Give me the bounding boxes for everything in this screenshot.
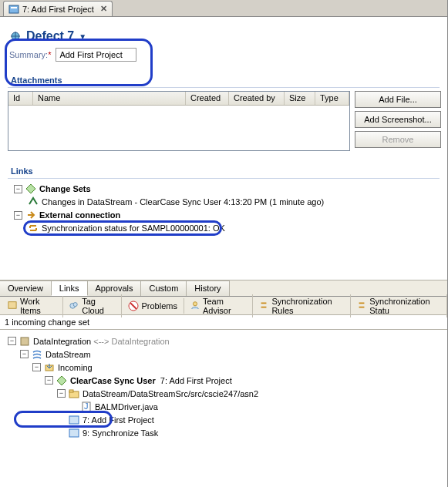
tree-dataintegration[interactable]: DataIntegration <--> DataIntegration — [33, 337, 170, 346]
svg-rect-0 — [9, 5, 19, 13]
summary-label: Summary:* — [9, 50, 51, 59]
attachments-table: Id Name Created Created by Size Type — [8, 91, 350, 151]
svg-text:J: J — [84, 401, 89, 411]
syncrules-icon — [259, 301, 268, 311]
incoming-icon — [44, 362, 55, 373]
editor-tab[interactable]: 7: Add First Project ✕ — [3, 1, 113, 16]
svg-rect-20 — [69, 429, 79, 437]
defect-title: Defect 7 — [26, 29, 74, 43]
svg-rect-19 — [69, 416, 79, 424]
remove-button: Remove — [355, 131, 441, 148]
add-file-button[interactable]: Add File... — [355, 91, 441, 108]
changeset-item[interactable]: Changes in DataStream - ClearCase Sync U… — [42, 197, 324, 207]
sync-status-item[interactable]: Synchronization status for SAMPL00000001… — [42, 223, 225, 233]
svg-point-11 — [193, 301, 197, 305]
changeset-icon — [25, 183, 36, 194]
view-work-items[interactable]: Work Items — [2, 294, 63, 317]
col-name[interactable]: Name — [33, 92, 186, 105]
view-tag-cloud[interactable]: Tag Cloud — [63, 294, 121, 317]
tab-links[interactable]: Links — [51, 280, 88, 296]
external-icon — [25, 210, 36, 220]
view-team-advisor[interactable]: Team Advisor — [184, 294, 253, 317]
svg-marker-14 — [57, 376, 66, 385]
bug-icon — [9, 30, 22, 42]
workitems-icon — [8, 301, 17, 311]
attachments-heading: Attachments — [8, 69, 440, 88]
tab-custom[interactable]: Custom — [140, 280, 187, 296]
close-icon[interactable]: ✕ — [97, 4, 107, 14]
view-problems[interactable]: Problems — [122, 298, 184, 314]
col-size[interactable]: Size — [285, 92, 315, 105]
syncstatus-icon — [357, 301, 366, 311]
tree-workitem-7[interactable]: 7: Add First Project — [83, 415, 154, 425]
expand-toggle[interactable]: − — [57, 389, 66, 398]
workitem-icon — [69, 428, 79, 438]
stream-icon — [32, 349, 42, 360]
tree-datastream[interactable]: DataStream — [45, 350, 91, 359]
problems-icon — [128, 301, 139, 311]
teamadvisor-icon — [190, 301, 200, 311]
svg-marker-5 — [26, 184, 35, 193]
expand-toggle[interactable]: − — [14, 211, 22, 220]
editor-tab-label: 7: Add First Project — [22, 5, 94, 14]
views-bar: Work Items Tag Cloud Problems Team Advis… — [0, 297, 447, 315]
folder-icon — [69, 388, 79, 399]
svg-rect-16 — [69, 390, 73, 392]
svg-rect-12 — [21, 338, 29, 345]
expand-toggle[interactable]: − — [8, 337, 16, 345]
tree-javafile[interactable]: BALMDriver.java — [95, 402, 158, 411]
view-sync-rules[interactable]: Synchronization Rules — [253, 294, 351, 317]
status-strip: 1 incoming change set — [0, 315, 447, 330]
tree-incoming[interactable]: Incoming — [58, 363, 93, 372]
links-heading: Links — [8, 160, 440, 179]
col-type[interactable]: Type — [315, 92, 349, 105]
tree-workitem-9[interactable]: 9: Synchronize Task — [83, 428, 158, 438]
component-icon — [19, 336, 30, 347]
expand-toggle[interactable]: − — [45, 376, 53, 385]
tree-srcpath[interactable]: DataStream/DataStreamSrc/src/cscie247/as… — [83, 389, 258, 398]
add-screenshot-button[interactable]: Add Screenshot... — [355, 111, 441, 128]
tree-ccuser[interactable]: ClearCase Sync User 7: Add First Project — [70, 376, 232, 385]
javafile-icon: J — [81, 401, 92, 412]
change-sets-node[interactable]: Change Sets — [39, 184, 91, 193]
expand-toggle[interactable]: − — [20, 350, 29, 358]
svg-rect-1 — [11, 7, 17, 8]
changeset-user-icon — [56, 375, 67, 386]
chevron-down-icon[interactable]: ▼ — [79, 32, 86, 41]
changes-icon — [28, 196, 39, 207]
tagcloud-icon — [69, 301, 79, 311]
external-connection-node[interactable]: External connection — [39, 210, 120, 220]
col-id[interactable]: Id — [8, 92, 33, 105]
col-createdby[interactable]: Created by — [229, 92, 285, 105]
summary-input[interactable] — [56, 48, 136, 62]
view-sync-status[interactable]: Synchronization Statu — [351, 294, 447, 317]
svg-point-8 — [73, 302, 77, 306]
svg-rect-6 — [8, 301, 16, 308]
workitem-icon — [69, 415, 79, 425]
col-created[interactable]: Created — [186, 92, 229, 105]
workitem-icon — [8, 4, 19, 15]
sync-status-icon — [28, 223, 39, 233]
expand-toggle[interactable]: − — [32, 363, 41, 371]
expand-toggle[interactable]: − — [14, 185, 22, 193]
